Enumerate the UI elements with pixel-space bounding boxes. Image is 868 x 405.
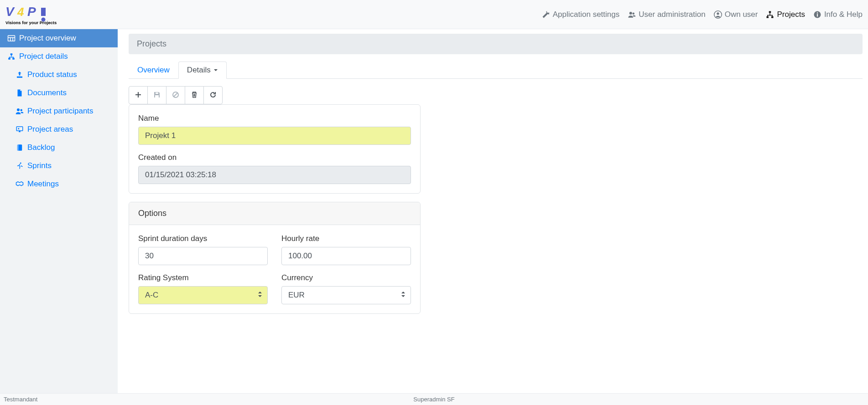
svg-point-22 [21,109,23,112]
footer: Testmandant Superadmin SF [0,393,868,405]
svg-point-21 [17,108,20,111]
sidebar-item-label: Project participants [27,107,94,116]
created-on-input [138,166,411,184]
svg-rect-26 [17,144,19,151]
sidebar-item-product-status[interactable]: Product status [0,66,118,84]
info-icon [813,10,821,19]
name-input[interactable] [138,127,411,145]
sidebar-item-label: Product status [27,70,77,79]
svg-point-24 [18,128,19,129]
top-nav: Application settings User administration… [542,10,863,19]
svg-rect-11 [767,16,769,18]
name-label: Name [138,114,411,123]
cancel-button[interactable] [166,86,185,104]
svg-rect-17 [10,53,13,55]
file-icon [16,89,24,97]
add-button[interactable] [129,86,148,104]
options-header: Options [129,202,420,225]
sidebar-item-label: Meetings [27,179,59,189]
svg-rect-12 [771,16,774,18]
users-icon [16,107,24,115]
nav-own-user[interactable]: Own user [714,10,758,19]
svg-rect-20 [17,77,22,78]
sidebar-item-sprints[interactable]: Sprints [0,157,118,175]
sprint-duration-label: Sprint duration days [138,234,268,243]
sidebar-item-label: Backlog [27,143,55,152]
tab-details[interactable]: Details [178,62,227,79]
svg-point-7 [633,12,635,15]
sidebar-item-label: Project details [19,52,68,61]
users-icon [628,10,636,19]
nav-info-help[interactable]: Info & Help [813,10,863,19]
wrench-icon [542,10,550,19]
sidebar-item-project-participants[interactable]: Project participants [0,102,118,120]
svg-rect-15 [817,14,818,16]
sitemap-icon [7,52,16,61]
nav-user-administration[interactable]: User administration [628,10,705,19]
page-title: Projects [129,34,863,54]
nav-application-settings[interactable]: Application settings [542,10,619,19]
svg-rect-16 [8,36,15,41]
sitemap-icon [766,10,774,19]
svg-rect-28 [155,95,159,97]
svg-rect-19 [12,58,15,60]
select-value: A-C [145,291,158,299]
currency-select[interactable]: EUR [281,286,411,304]
sprint-duration-input[interactable] [138,247,268,265]
sidebar-item-project-details[interactable]: Project details [0,47,118,66]
handshake-icon [16,180,24,188]
sidebar-item-project-overview[interactable]: Project overview [0,29,118,47]
svg-point-9 [717,12,719,15]
nav-label: Projects [777,10,805,19]
svg-text:V: V [5,5,15,19]
presentation-icon [16,125,24,133]
footer-center: Superadmin SF [413,396,454,403]
delete-button[interactable] [185,86,204,104]
sidebar-item-project-areas[interactable]: Project areas [0,120,118,138]
tab-label: Details [187,66,211,75]
sidebar: Project overview Project details Product… [0,29,118,393]
caret-down-icon [213,66,218,75]
save-icon [153,91,161,100]
svg-rect-3 [41,8,46,16]
ban-icon [172,91,179,100]
nav-label: User administration [639,10,705,19]
select-value: EUR [288,291,305,299]
currency-label: Currency [281,273,411,282]
svg-point-14 [817,12,818,13]
user-circle-icon [714,10,722,19]
refresh-button[interactable] [203,86,223,104]
nav-label: Application settings [553,10,619,19]
table-icon [7,34,16,42]
refresh-icon [209,91,217,100]
hourly-rate-input[interactable] [281,247,411,265]
footer-left: Testmandant [4,396,37,403]
rating-system-label: Rating System [138,273,268,282]
svg-text:Visions for your Projects: Visions for your Projects [5,20,57,25]
sidebar-item-label: Sprints [27,161,52,170]
nav-label: Own user [725,10,758,19]
project-info-card: Name Created on [129,104,421,194]
svg-rect-10 [769,11,771,13]
svg-point-6 [629,12,632,15]
tab-overview[interactable]: Overview [129,62,178,79]
content-scroll[interactable]: Name Created on Options Sprint duration … [129,79,863,393]
sidebar-item-backlog[interactable]: Backlog [0,138,118,157]
top-header: V 4 P Visions for your Projects Applicat… [0,0,868,29]
svg-text:P: P [27,5,36,19]
plus-icon [135,91,142,100]
sidebar-item-meetings[interactable]: Meetings [0,175,118,193]
sidebar-item-label: Project overview [19,34,76,43]
save-button[interactable] [147,86,166,104]
book-icon [16,144,24,152]
hourly-rate-label: Hourly rate [281,234,411,243]
svg-point-27 [20,163,21,164]
trash-icon [191,91,198,100]
logo: V 4 P Visions for your Projects [4,3,68,26]
svg-rect-18 [8,58,10,60]
sidebar-item-documents[interactable]: Documents [0,84,118,102]
nav-projects[interactable]: Projects [766,10,805,19]
tabs: Overview Details [129,62,863,79]
options-card: Options Sprint duration days Hourly rate [129,202,421,314]
rating-system-select[interactable]: A-C [138,286,268,304]
